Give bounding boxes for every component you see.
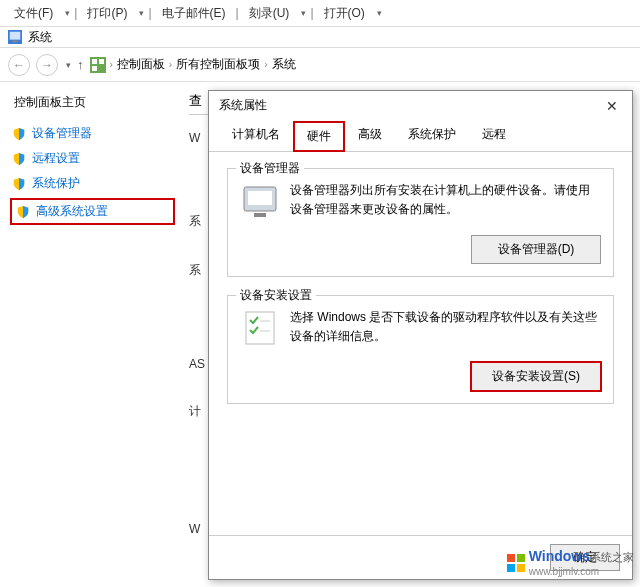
sidebar-item-label: 远程设置 <box>32 150 80 167</box>
navbar: ← → ▾ ↑ › 控制面板 › 所有控制面板项 › 系统 <box>0 48 640 82</box>
chevron-down-icon: ▾ <box>301 8 306 18</box>
sidebar-heading[interactable]: 控制面板主页 <box>10 94 175 111</box>
group-label: 设备管理器 <box>236 160 304 177</box>
dialog-title: 系统属性 <box>219 97 267 114</box>
sidebar-item-protection[interactable]: 系统保护 <box>10 171 175 196</box>
ok-button[interactable]: 确定 <box>550 544 620 571</box>
menu-file[interactable]: 文件(F) <box>8 3 59 24</box>
menubar: 文件(F)▾ | 打印(P)▾ | 电子邮件(E) | 刻录(U)▾ | 打开(… <box>0 0 640 26</box>
dialog-body: 设备管理器 设备管理器列出所有安装在计算机上的硬件设备。请使用设备管理器来更改设… <box>209 152 632 535</box>
sidebar-item-device-manager[interactable]: 设备管理器 <box>10 121 175 146</box>
sidebar-item-label: 高级系统设置 <box>36 203 108 220</box>
shield-icon <box>16 205 30 219</box>
tab-system-protection[interactable]: 系统保护 <box>395 120 469 151</box>
group-description: 选择 Windows 是否下载设备的驱动程序软件以及有关这些设备的详细信息。 <box>290 308 601 348</box>
close-button[interactable]: ✕ <box>602 98 622 114</box>
svg-rect-5 <box>99 59 104 64</box>
group-device-manager: 设备管理器 设备管理器列出所有安装在计算机上的硬件设备。请使用设备管理器来更改设… <box>227 168 614 277</box>
svg-rect-2 <box>12 41 17 43</box>
svg-rect-9 <box>254 213 266 217</box>
checklist-icon <box>240 308 280 348</box>
chevron-down-icon: ▾ <box>65 8 70 18</box>
chevron-right-icon: › <box>264 59 267 70</box>
chevron-right-icon: › <box>169 59 172 70</box>
breadcrumb: › 控制面板 › 所有控制面板项 › 系统 <box>90 56 296 73</box>
sidebar: 控制面板主页 设备管理器 远程设置 系统保护 高级系统设置 <box>0 82 185 587</box>
sidebar-item-label: 设备管理器 <box>32 125 92 142</box>
menu-email[interactable]: 电子邮件(E) <box>156 3 232 24</box>
sidebar-item-label: 系统保护 <box>32 175 80 192</box>
svg-rect-8 <box>248 191 272 205</box>
shield-icon <box>12 152 26 166</box>
tab-advanced[interactable]: 高级 <box>345 120 395 151</box>
dialog-footer: 确定 <box>209 535 632 579</box>
tab-hardware[interactable]: 硬件 <box>293 121 345 152</box>
nav-forward-button[interactable]: → <box>36 54 58 76</box>
control-panel-icon <box>90 57 106 73</box>
system-properties-dialog: 系统属性 ✕ 计算机名 硬件 高级 系统保护 远程 设备管理器 设备管理器列出所… <box>208 90 633 580</box>
nav-up-button[interactable]: ↑ <box>77 57 84 72</box>
group-device-install: 设备安装设置 选择 Windows 是否下载设备的驱动程序软件以及有关这些设备的… <box>227 295 614 404</box>
svg-rect-1 <box>10 32 21 40</box>
shield-icon <box>12 127 26 141</box>
breadcrumb-item[interactable]: 系统 <box>272 56 296 73</box>
breadcrumb-item[interactable]: 控制面板 <box>117 56 165 73</box>
window-title: 系统 <box>28 29 52 46</box>
sidebar-item-advanced[interactable]: 高级系统设置 <box>10 198 175 225</box>
shield-icon <box>12 177 26 191</box>
dialog-titlebar: 系统属性 ✕ <box>209 91 632 120</box>
chevron-down-icon: ▾ <box>139 8 144 18</box>
dialog-tabs: 计算机名 硬件 高级 系统保护 远程 <box>209 120 632 152</box>
breadcrumb-item[interactable]: 所有控制面板项 <box>176 56 260 73</box>
menu-open[interactable]: 打开(O) <box>318 3 371 24</box>
tab-computer-name[interactable]: 计算机名 <box>219 120 293 151</box>
device-manager-icon <box>240 181 280 221</box>
tab-remote[interactable]: 远程 <box>469 120 519 151</box>
system-icon <box>8 30 22 44</box>
nav-history-dropdown[interactable]: ▾ <box>66 60 71 70</box>
menu-burn[interactable]: 刻录(U) <box>243 3 296 24</box>
chevron-down-icon: ▾ <box>377 8 382 18</box>
device-manager-button[interactable]: 设备管理器(D) <box>471 235 601 264</box>
svg-rect-10 <box>246 312 274 344</box>
nav-back-button[interactable]: ← <box>8 54 30 76</box>
group-description: 设备管理器列出所有安装在计算机上的硬件设备。请使用设备管理器来更改设备的属性。 <box>290 181 601 221</box>
menu-print[interactable]: 打印(P) <box>81 3 133 24</box>
chevron-right-icon: › <box>110 59 113 70</box>
group-label: 设备安装设置 <box>236 287 316 304</box>
device-install-settings-button[interactable]: 设备安装设置(S) <box>471 362 601 391</box>
sidebar-item-remote[interactable]: 远程设置 <box>10 146 175 171</box>
svg-rect-6 <box>92 66 97 71</box>
window-title-strip: 系统 <box>0 26 640 48</box>
svg-rect-4 <box>92 59 97 64</box>
